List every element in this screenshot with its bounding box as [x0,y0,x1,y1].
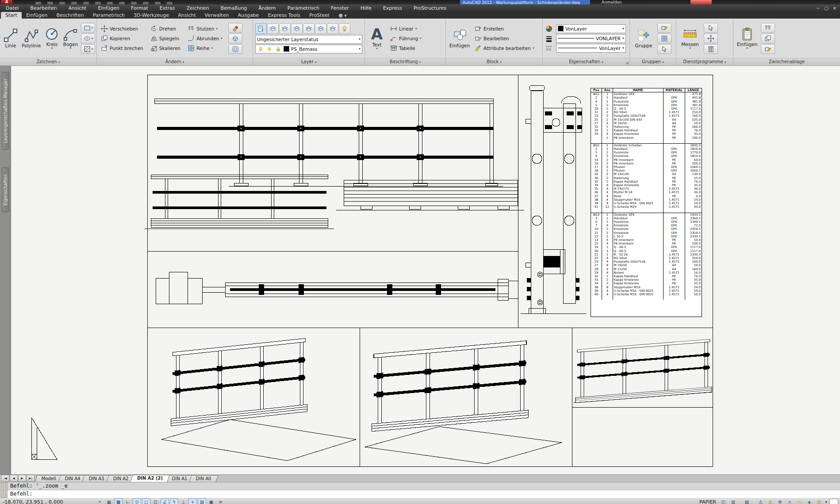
layer-button-4[interactable] [303,23,315,34]
drafting-toggle-icon[interactable]: ϟ [170,498,178,504]
point-id-button[interactable] [704,34,718,43]
dimension-linear-button[interactable]: Linear▾ [389,25,423,33]
paste-button[interactable]: Einfügen▾ [736,26,758,50]
drawing-canvas[interactable] [11,66,840,474]
drafting-toggle-icon[interactable]: ▩ [114,498,123,504]
drafting-toggle-icon[interactable]: ⊙ [133,498,141,504]
break-point-button[interactable]: Punkt brechen [100,44,145,52]
quick-select-button[interactable] [704,23,718,33]
menu-item[interactable]: Fenster [325,4,355,12]
cut-button[interactable] [761,23,775,33]
panel-label-layer[interactable]: Layer ▾ [253,58,364,65]
panel-label-block[interactable]: Block ▾ [446,58,542,65]
layer-dropdown[interactable]: PS_Bemass▾ [255,45,362,53]
table-button[interactable]: Tabelle [389,44,423,52]
ribbon-tab[interactable]: Start [1,12,22,19]
layer-state-dropdown[interactable]: Ungesicherter Layerstatus▾ [255,35,362,44]
ribbon-tab[interactable]: Beschriften [52,12,88,19]
close-icon[interactable]: × [833,5,836,11]
block-edit-button[interactable]: Bearbeiten [473,34,535,42]
restore-icon[interactable]: ▢ [824,5,828,11]
prev-tab-icon[interactable]: ◀ [10,475,18,481]
minimize-icon[interactable]: − [816,5,820,11]
erase-button[interactable] [228,23,242,33]
ribbon-tab[interactable]: ProSteel [305,12,334,19]
ribbon-options-dropdown[interactable]: ▾ [336,13,349,19]
quick-view-drawings-icon[interactable]: ▧ [743,498,751,504]
group-select-button[interactable] [657,44,671,54]
layout-tab[interactable]: DIN A0 [189,475,218,482]
polyline-button[interactable]: Polylinie [21,27,41,49]
ribbon-tab[interactable]: Ansicht [173,12,200,19]
hatch-button[interactable]: ▾ [81,44,95,54]
layout-tab[interactable]: DIN A2 (2) [130,475,170,482]
drafting-toggle-icon[interactable]: + [188,498,197,504]
menu-item[interactable]: Einfügen [92,4,125,12]
toolbar-unlock-icon[interactable]: ∩ [786,498,794,504]
menu-item[interactable]: Zeichnen [181,4,215,12]
line-button[interactable]: Linie [3,27,19,49]
annotation-scale-icon[interactable]: ∆ [756,498,765,504]
panel-label-beschriftung[interactable]: Beschriftung ▾ [365,58,445,65]
array-button[interactable]: Reihe▾ [186,44,224,52]
drawing-viewport[interactable]: PosAnzNAMEMATERIALLÄNGEBG11Geländer GFK4… [11,66,840,474]
panel-label-zeichnen[interactable]: Zeichnen ▾ [0,58,96,65]
move-button[interactable]: Verschieben [100,25,145,33]
performance-icon[interactable]: ▭ [795,498,804,504]
command-input[interactable]: Befehl: [8,490,840,498]
ribbon-tab[interactable]: Parametrisch [88,12,129,19]
drafting-toggle-icon[interactable]: ▣ [207,498,215,504]
signin-label[interactable]: Anmelden [602,0,622,4]
quick-view-layouts-icon[interactable]: ▥ [729,498,737,504]
drafting-toggle-icon[interactable]: ⊥ [179,498,188,504]
menu-item[interactable]: Express [377,4,408,12]
menu-item[interactable]: Hilfe [355,4,377,12]
menu-item[interactable]: Parametrisch [282,4,325,12]
copy-button[interactable]: Kopieren [100,34,145,42]
layer-button-5[interactable] [315,23,326,34]
arc-button[interactable]: Bogen▾ [62,26,78,50]
drafting-toggle-icon[interactable]: ⌖ [96,498,104,504]
mirror-button[interactable]: Spiegeln [149,34,182,42]
fillet-button[interactable]: Abrunden▾ [186,34,224,42]
ellipse-button[interactable]: ▾ [81,34,95,43]
ribbon-tab[interactable]: Einfügen [22,12,52,19]
menu-item[interactable]: Ansicht [63,4,92,12]
layer-properties-button[interactable] [255,23,267,34]
annotation-visibility-icon[interactable]: ∆ [766,498,775,504]
drafting-toggle-icon[interactable]: ▦ [105,498,113,504]
object-color-dropdown[interactable]: VonLayer▾ [556,24,626,33]
panel-label-gruppen[interactable]: Gruppen ▾ [630,58,676,65]
ribbon-tab[interactable]: Verwalten [200,12,234,19]
circle-button[interactable]: Kreis▾ [44,26,60,50]
close-button[interactable] [690,0,712,4]
block-insert-button[interactable]: Einfügen [449,27,471,49]
measure-button[interactable]: Messen▾ [679,26,701,50]
attribute-edit-button[interactable]: Attribute bearbeiten▾ [473,44,535,52]
palette-tab[interactable]: Eigenschaften [2,168,9,212]
drafting-toggle-icon[interactable]: ◻ [142,498,150,504]
menu-item[interactable]: Bearbeiten [24,4,62,12]
copy-clip-button[interactable] [761,34,775,43]
layer-button-2[interactable] [279,23,291,34]
next-tab-icon[interactable]: ▶ [18,475,26,481]
menu-item[interactable]: Format [125,4,154,12]
first-tab-icon[interactable]: |◀ [1,475,9,481]
panel-label-zwischenablage[interactable]: Zwischenablage [733,58,840,65]
explode-button[interactable] [228,34,242,43]
ribbon-tab[interactable]: Ausgabe [234,12,264,19]
text-button[interactable]: A Text▾ [368,26,386,51]
drafting-toggle-icon[interactable]: ∠ [161,498,169,504]
layer-button-6[interactable] [327,23,338,34]
offset-button[interactable] [228,44,242,54]
menu-item[interactable]: Datei [0,4,24,12]
autocad-logo-icon[interactable]: A [1,0,12,4]
trim-button[interactable]: Stutzen▾ [186,25,224,33]
group-edit-button[interactable] [657,34,671,43]
panel-label-dienstprogramme[interactable]: Dienstprogramme ▾ [676,58,733,65]
group-button[interactable]: Gruppe [633,27,655,49]
ribbon-tab[interactable]: 3D-Werkzeuge [129,12,173,19]
menu-item[interactable]: Bemaßung [215,4,253,12]
clean-screen-button[interactable] [829,499,838,504]
lightbulb-status-icon[interactable]: Ω [815,498,823,504]
